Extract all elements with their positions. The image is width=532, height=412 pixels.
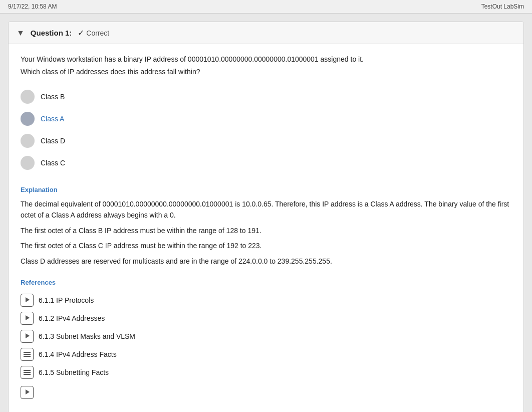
datetime-label: 9/17/22, 10:58 AM	[8, 3, 57, 10]
video-icon-3	[21, 330, 34, 343]
collapse-toggle-icon[interactable]: ▼	[17, 29, 25, 38]
main-container: ▼ Question 1: ✓ Correct Your Windows wor…	[0, 14, 532, 412]
reference-item-1[interactable]: 6.1.1 IP Protocols	[21, 291, 511, 309]
top-bar: 9/17/22, 10:58 AM TestOut LabSim	[0, 0, 532, 14]
answer-option-classC[interactable]: Class C	[21, 152, 511, 174]
references-section: References 6.1.1 IP Protocols 6.1.2 IPv4…	[21, 279, 511, 401]
reference-item-2[interactable]: 6.1.2 IPv4 Addresses	[21, 309, 511, 327]
list-icon-4	[21, 348, 34, 361]
answer-option-classD[interactable]: Class D	[21, 130, 511, 152]
reference-item-4[interactable]: 6.1.4 IPv4 Address Facts	[21, 345, 511, 363]
question-body: Your Windows workstation has a binary IP…	[9, 44, 523, 412]
question-card: ▼ Question 1: ✓ Correct Your Windows wor…	[8, 22, 524, 412]
list-icon-inner-4	[22, 350, 33, 359]
ref-link-1: 6.1.1 IP Protocols	[39, 296, 94, 304]
answer-label-classA: Class A	[41, 115, 64, 123]
ref-link-4: 6.1.4 IPv4 Address Facts	[39, 350, 117, 358]
play-icon-3	[25, 333, 30, 340]
video-icon-1	[21, 294, 34, 307]
status-label: Correct	[86, 29, 109, 37]
list-icon-inner-5	[22, 368, 33, 377]
answer-option-classA[interactable]: Class A	[21, 108, 511, 130]
explanation-para-4: Class D addresses are reserved for multi…	[21, 256, 511, 267]
explanation-label: Explanation	[21, 186, 511, 193]
radio-classB	[21, 90, 35, 104]
radio-classC	[21, 156, 35, 170]
list-line-1	[24, 352, 31, 353]
explanation-para-1: The decimal equivalent of 00001010.00000…	[21, 198, 511, 221]
radio-classA	[21, 112, 35, 126]
reference-item-extra[interactable]	[21, 383, 511, 401]
ref-link-2: 6.1.2 IPv4 Addresses	[39, 314, 105, 322]
video-icon-2	[21, 312, 34, 325]
question-header: ▼ Question 1: ✓ Correct	[9, 22, 523, 44]
radio-classD	[21, 134, 35, 148]
play-icon-extra	[25, 389, 30, 396]
checkmark-icon: ✓	[78, 28, 84, 38]
list-line-4	[24, 370, 31, 371]
explanation-para-2: The first octet of a Class B IP address …	[21, 225, 511, 236]
explanation-para-3: The first octet of a Class C IP address …	[21, 240, 511, 251]
ref-link-5: 6.1.5 Subnetting Facts	[39, 368, 109, 376]
question-sub-text: Which class of IP addresses does this ad…	[21, 68, 511, 76]
references-label: References	[21, 279, 511, 286]
list-icon-5	[21, 366, 34, 379]
reference-item-3[interactable]: 6.1.3 Subnet Masks and VLSM	[21, 327, 511, 345]
list-line-3	[24, 356, 31, 357]
list-line-5	[24, 372, 31, 373]
explanation-section: Explanation The decimal equivalent of 00…	[21, 186, 511, 267]
video-icon-extra	[21, 386, 34, 399]
list-line-6	[24, 374, 31, 375]
answer-label-classB: Class B	[41, 93, 65, 101]
answer-options: Class B Class A Class D Class C	[21, 86, 511, 174]
reference-item-5[interactable]: 6.1.5 Subnetting Facts	[21, 363, 511, 381]
question-title: Question 1:	[31, 29, 72, 37]
question-body-text: Your Windows workstation has a binary IP…	[21, 54, 511, 65]
correct-badge: ✓ Correct	[78, 28, 109, 38]
play-icon-2	[25, 315, 30, 322]
play-icon-1	[25, 297, 30, 304]
answer-label-classD: Class D	[41, 137, 65, 145]
list-line-2	[24, 354, 31, 355]
answer-option-classB[interactable]: Class B	[21, 86, 511, 108]
ref-link-3: 6.1.3 Subnet Masks and VLSM	[39, 332, 135, 340]
app-name-label: TestOut LabSim	[481, 3, 524, 10]
answer-label-classC: Class C	[41, 159, 65, 167]
